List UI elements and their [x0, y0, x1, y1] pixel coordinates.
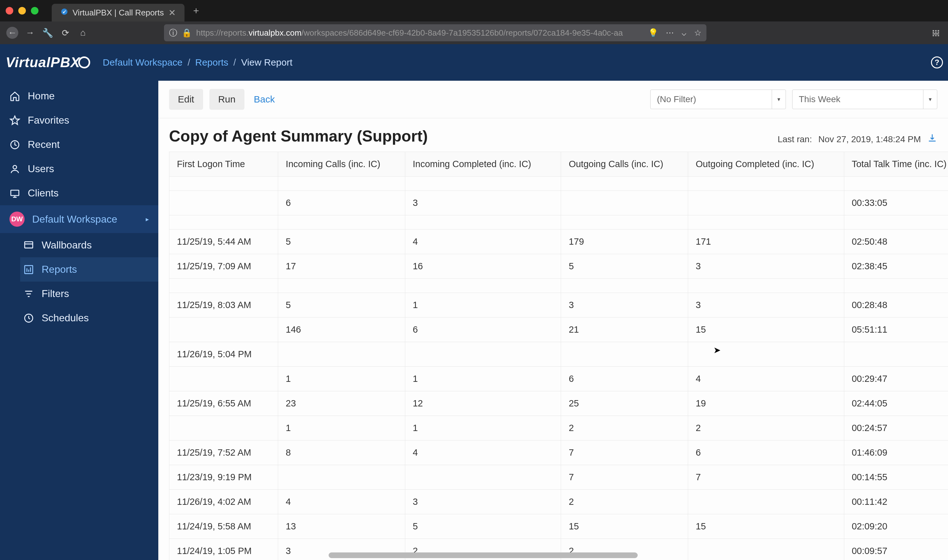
library-icon[interactable]: 𝍐	[930, 27, 942, 39]
cell-in	[278, 279, 405, 293]
cell-in: 13	[278, 514, 405, 539]
sidebar-item-reports[interactable]: Reports	[20, 257, 159, 282]
chevron-right-icon: ▸	[146, 215, 149, 223]
nav-forward-icon[interactable]: →	[24, 27, 36, 39]
sidebar-item-clients[interactable]: Clients	[0, 181, 159, 205]
cell-logon: 11/25/19, 5:44 AM	[169, 229, 278, 254]
sidebar-item-schedules[interactable]: Schedules	[20, 306, 159, 330]
table-row[interactable]	[169, 279, 948, 293]
address-bar[interactable]: ⓘ 🔒 https://reports.virtualpbx.com/works…	[164, 24, 706, 41]
home-icon[interactable]: ⌂	[77, 27, 89, 39]
table-row[interactable]: 6300:33:0500:11:	[169, 191, 948, 215]
table-row[interactable]: 11/23/19, 9:19 PM7700:14:5500:02:	[169, 465, 948, 490]
app-header: VirtualPBX Default Workspace / Reports /…	[0, 44, 948, 81]
cell-talk: 02:09:20	[844, 514, 948, 539]
cell-inc: 12	[405, 391, 561, 416]
table-row[interactable]: 11/25/19, 7:09 AM17165302:38:4500:08:	[169, 254, 948, 279]
back-button[interactable]: Back	[251, 89, 278, 110]
sidebar-item-home[interactable]: Home	[0, 84, 159, 108]
col-outgoing-completed[interactable]: Outgoing Completed (inc. IC)	[688, 152, 844, 177]
table-row[interactable]: 112200:24:5700:08:	[169, 416, 948, 440]
cell-out	[561, 279, 688, 293]
horizontal-scrollbar[interactable]	[329, 552, 638, 558]
nav-back-icon[interactable]: ←	[6, 27, 18, 39]
date-range-select[interactable]: This Week ▾	[792, 89, 937, 109]
cell-in: 17	[278, 254, 405, 279]
tab-close-icon[interactable]: ✕	[168, 8, 175, 18]
help-icon[interactable]: ?	[931, 57, 943, 68]
reload-icon[interactable]: ⟳	[59, 27, 71, 39]
sidebar-item-wallboards[interactable]: Wallboards	[20, 233, 159, 257]
breadcrumb-reports[interactable]: Reports	[195, 57, 228, 68]
cell-inc: 16	[405, 254, 561, 279]
page-actions-icon[interactable]: ⋯	[666, 28, 674, 38]
sidebar-item-label: Clients	[28, 187, 58, 199]
table-row[interactable]: 11/25/19, 7:52 AM847601:46:0900:09:	[169, 440, 948, 465]
browser-tab[interactable]: VirtualPBX | Call Reports ✕	[52, 4, 185, 22]
cell-logon: 11/25/19, 6:55 AM	[169, 391, 278, 416]
sidebar-item-label: Wallboards	[42, 239, 92, 251]
edit-button[interactable]: Edit	[169, 89, 203, 110]
cell-inc: 4	[405, 440, 561, 465]
svg-point-1	[13, 165, 16, 169]
sidebar-item-favorites[interactable]: Favorites	[0, 108, 159, 132]
lock-icon: 🔒	[182, 28, 192, 38]
sidebar-item-recent[interactable]: Recent	[0, 132, 159, 157]
run-button[interactable]: Run	[209, 89, 245, 110]
cell-talk: 00:09:57	[844, 539, 948, 560]
col-incoming-calls[interactable]: Incoming Calls (inc. IC)	[278, 152, 405, 177]
star-icon	[9, 115, 20, 126]
filters-icon	[23, 289, 34, 299]
sidebar-item-filters[interactable]: Filters	[20, 282, 159, 306]
table-row[interactable]: 11/26/19, 5:04 PM	[169, 342, 948, 367]
cell-in	[278, 177, 405, 191]
cell-logon	[169, 215, 278, 229]
cell-in	[278, 465, 405, 490]
cell-out: 7	[561, 465, 688, 490]
cell-out: 25	[561, 391, 688, 416]
download-icon[interactable]	[927, 133, 937, 145]
filter-select[interactable]: (No Filter) ▾	[650, 89, 786, 109]
table-row[interactable]: 11/25/19, 5:44 AM5417917102:50:4800:00:	[169, 229, 948, 254]
cell-in: 1	[278, 416, 405, 440]
bookmark-icon[interactable]: ☆	[694, 28, 702, 38]
table-row[interactable]: 11/24/19, 5:58 AM135151502:09:2000:05:	[169, 514, 948, 539]
cell-in: 1	[278, 367, 405, 391]
col-outgoing-calls[interactable]: Outgoing Calls (inc. IC)	[561, 152, 688, 177]
sidebar-item-label: Schedules	[42, 312, 89, 324]
cell-inc: 1	[405, 416, 561, 440]
table-row[interactable]: 116400:29:4700:05:	[169, 367, 948, 391]
window-close-icon[interactable]	[6, 7, 13, 14]
sidebar: Home Favorites Recent Users Clients DW D…	[0, 81, 159, 560]
cell-inc	[405, 177, 561, 191]
col-first-logon[interactable]: First Logon Time	[169, 152, 278, 177]
table-row[interactable]	[169, 177, 948, 191]
table-row[interactable]: 1466211505:51:1100:16:	[169, 317, 948, 342]
window-zoom-icon[interactable]	[31, 7, 38, 14]
col-incoming-completed[interactable]: Incoming Completed (inc. IC)	[405, 152, 561, 177]
site-info-icon[interactable]: ⓘ	[169, 28, 177, 38]
new-tab-icon[interactable]: +	[193, 5, 199, 17]
col-total-talk[interactable]: Total Talk Time (inc. IC)	[844, 152, 948, 177]
dev-tools-icon[interactable]: 🔧	[42, 27, 54, 39]
sidebar-item-users[interactable]: Users	[0, 157, 159, 181]
cell-outc: 15	[688, 317, 844, 342]
table-row[interactable]: 11/25/19, 6:55 AM2312251902:44:0500:05:	[169, 391, 948, 416]
sidebar-item-workspace[interactable]: DW Default Workspace ▸	[0, 205, 159, 233]
cell-talk: 00:11:42	[844, 490, 948, 514]
cell-outc: 4	[688, 367, 844, 391]
main-content: Edit Run Back (No Filter) ▾ This Week ▾ …	[159, 81, 948, 560]
logo[interactable]: VirtualPBX	[5, 55, 90, 70]
home-icon	[9, 91, 20, 102]
user-icon	[9, 164, 20, 174]
table-row[interactable]	[169, 215, 948, 229]
reader-icon[interactable]: 💡	[648, 28, 658, 38]
pocket-icon[interactable]: ⌵	[682, 28, 686, 38]
table-row[interactable]: 11/26/19, 4:02 AM43200:11:4200:03:	[169, 490, 948, 514]
cell-talk: 00:28:48	[844, 293, 948, 317]
history-icon	[9, 139, 20, 150]
window-minimize-icon[interactable]	[18, 7, 26, 14]
breadcrumb-workspace[interactable]: Default Workspace	[103, 57, 183, 68]
cell-in: 5	[278, 293, 405, 317]
table-row[interactable]: 11/25/19, 8:03 AM513300:28:4800:07:	[169, 293, 948, 317]
